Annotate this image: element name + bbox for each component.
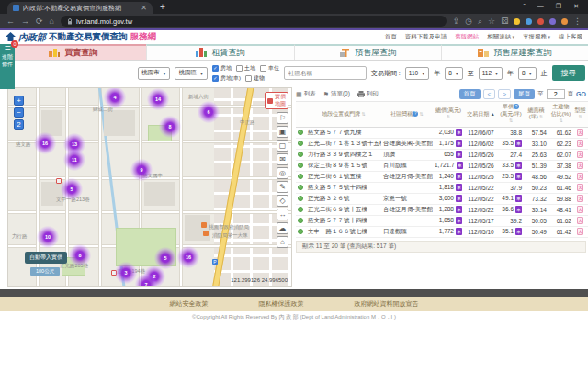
nav-item-相關連結[interactable]: 相關連結 ▾ [487,33,514,41]
nav-item-線上客服[interactable]: 線上客服 [559,33,582,41]
price-map-button[interactable]: 實價地圖 [265,92,288,109]
price-marker[interactable]: 16 [34,132,56,154]
bookmark-star-icon[interactable]: ☆ [488,17,495,26]
column-header-總面積[interactable]: 總面積(坪) ⇅ [524,102,548,128]
history-icon[interactable]: ◷ [465,17,472,26]
page-number-input[interactable] [547,89,565,99]
checkbox-車位[interactable]: 車位 [260,64,279,73]
profile-avatar[interactable] [561,18,568,25]
forward-icon[interactable]: → [21,17,29,26]
address-link[interactable]: 力行路３３９號四樓之１ [306,149,381,160]
minimize-button[interactable]: — [537,3,544,10]
map-pin-icon[interactable] [298,185,303,190]
menu-kebab-icon[interactable]: ⋮ [573,17,582,26]
tab-租賃查詢[interactable]: 租賃查詢 [146,44,293,60]
last-page-button[interactable]: 尾頁 [514,89,535,99]
address-link[interactable]: 文中一路１６６號七樓 [306,226,381,237]
checkbox-建物[interactable]: 建物 [245,74,265,83]
map-mode-button[interactable]: 2 [14,119,24,130]
prev-page-button[interactable]: < [483,89,496,99]
address-link[interactable]: 慈文路５７７號九樓 [306,127,381,138]
browser-tab[interactable]: 內政部:不動產交易實價查詢服務網 ✕ [7,2,153,14]
polygon-icon[interactable]: ◇ [277,195,288,207]
sort-icon[interactable]: ⇅ [360,111,366,117]
nav-item-首頁[interactable]: 首頁 [385,33,397,41]
price-marker[interactable]: 11 [63,149,85,171]
tab-close-icon[interactable]: ✕ [141,5,147,12]
extension-yellow-icon[interactable] [514,18,520,25]
address-link[interactable]: 正光二街６９號十五樓 [306,204,381,215]
month-from-select[interactable]: 8▼ [445,67,463,80]
search-button[interactable]: 搜尋 [552,65,585,81]
tab-買賣查詢[interactable]: 買賣查詢 [0,44,146,60]
map-pin-icon[interactable] [298,207,303,212]
table-row[interactable]: 正光二街７１巷１３號十五樓合雄廣英閣-美墅館1,175車112/06/0235.… [296,138,588,149]
footer-link-政府網站資料開放宣告[interactable]: 政府網站資料開放宣告 [355,299,419,309]
list-view-button[interactable]: ▦ 列表 [296,90,316,98]
map-pin-icon[interactable] [298,163,303,168]
address-link[interactable]: 正光二街６１號五樓 [306,171,381,182]
address-bar[interactable]: lvr.land.moi.gov.tw [61,16,447,27]
price-marker[interactable]: 6 [198,101,220,123]
price-marker[interactable]: 4 [104,87,126,108]
district-select[interactable]: 桃園區▼ [175,67,207,80]
footer-link-隱私權保護政策[interactable]: 隱私權保護政策 [259,299,304,309]
locate-icon[interactable]: ◎ [277,167,288,179]
checkbox-土地[interactable]: 土地 [236,64,255,73]
table-row[interactable]: 正光二街６９號十五樓合雄泛月傳-美墅館1,288車112/05/2236.6車3… [296,204,588,215]
fire-station-poi-icon[interactable] [201,222,207,228]
price-marker[interactable]: 9 [130,159,153,181]
first-page-button[interactable]: 首頁 [459,89,481,99]
map-pin-icon[interactable] [298,174,303,179]
home-icon[interactable]: ⌂ [50,17,54,26]
tab-預售屋建案查詢[interactable]: 預售屋建案查詢 [441,44,588,60]
address-link[interactable]: 正光路３２６號 [306,193,381,204]
map-pin-icon[interactable] [298,152,303,157]
table-row[interactable]: 慈文路５７５號十四樓1,818車112/05/2237.950.2361.46大 [296,182,588,193]
extension-blue-icon[interactable] [526,18,532,25]
fire-station-poi-icon[interactable] [203,231,209,236]
price-marker[interactable]: 16 [177,246,199,268]
zoom-in-button[interactable]: + [14,96,24,106]
column-header-主建物[interactable]: 主建物佔比(%) ⇅ [548,102,573,128]
streetview-icon[interactable]: ⚐ [277,112,288,124]
reload-icon[interactable]: ⟳ [36,17,43,26]
column-header-單價[interactable]: 單價?(萬元/坪) ⇅ [498,102,524,128]
sort-icon[interactable]: ⇅ [538,114,544,119]
column-header-社區簡稱[interactable]: 社區簡稱? ⇅ [381,102,433,128]
address-link[interactable]: 慈文路５７５號十四樓 [306,182,381,193]
advanced-filter-button[interactable]: ☰ 進階 條件 0 [0,44,15,89]
city-select[interactable]: 桃園市▼ [138,67,170,80]
rect-select-icon[interactable]: ▣ [277,126,288,138]
year-from-select[interactable]: 110▼ [405,67,429,80]
table-row[interactable]: 力行路３３９號四樓之１頂讚655車112/05/2627.425.6362.07… [296,149,588,160]
community-name-input[interactable] [284,66,367,80]
address-link[interactable]: 保定三街８９巷１５號 [306,160,381,171]
footer-link-網站安全政策[interactable]: 網站安全政策 [170,299,209,309]
address-link[interactable]: 正光二街７１巷１３號十五樓 [306,138,381,149]
extension-red-icon[interactable] [537,18,544,25]
price-marker[interactable]: 5 [61,178,83,200]
auto-fill-button[interactable]: 自動帶入實價 [25,252,67,264]
price-marker[interactable]: 8 [159,116,181,138]
table-row[interactable]: 慈文路５７７號九樓2,030車112/06/0738.857.5461.62大 [296,127,588,138]
sort-icon[interactable]: ⇅ [559,118,562,123]
map-pin-icon[interactable] [298,141,303,146]
address-link[interactable]: 慈文路５７７號十四樓 [306,215,381,226]
go-button[interactable]: GO [576,91,586,97]
extension-purple-icon[interactable] [549,18,556,25]
draw-icon[interactable]: ✎ [277,181,288,193]
landmark-icon[interactable]: ⌂ [277,236,288,248]
month-to-select[interactable]: 8▼ [518,67,537,80]
price-marker[interactable]: 5 [154,247,176,269]
table-row[interactable]: 正光二街６１號五樓合雄泛月傳-美墅館1,240車112/05/2525.5車48… [296,171,588,182]
mail-icon[interactable]: ✉ [277,153,288,165]
column-header-型態[interactable]: 型態 ⇅ [573,102,587,128]
map-canvas[interactable]: P + − 2 ⚐▣▢✉◎✎◇↔☁⌂ 實價地圖 自動帶入實價 100公尺 121… [7,87,292,287]
map-pin-icon[interactable] [298,218,303,223]
column-header-總價(萬元)[interactable]: 總價(萬元) ⇅ [433,102,464,128]
nav-item-資料下載及申請[interactable]: 資料下載及申請 [405,33,447,41]
extensions-puzzle-icon[interactable]: ⚄ [501,17,508,26]
checkbox-房地(車)[interactable]: ✓房地(車) [212,74,241,83]
saved-list-button[interactable]: ⚑ 清單(0) [323,90,350,98]
